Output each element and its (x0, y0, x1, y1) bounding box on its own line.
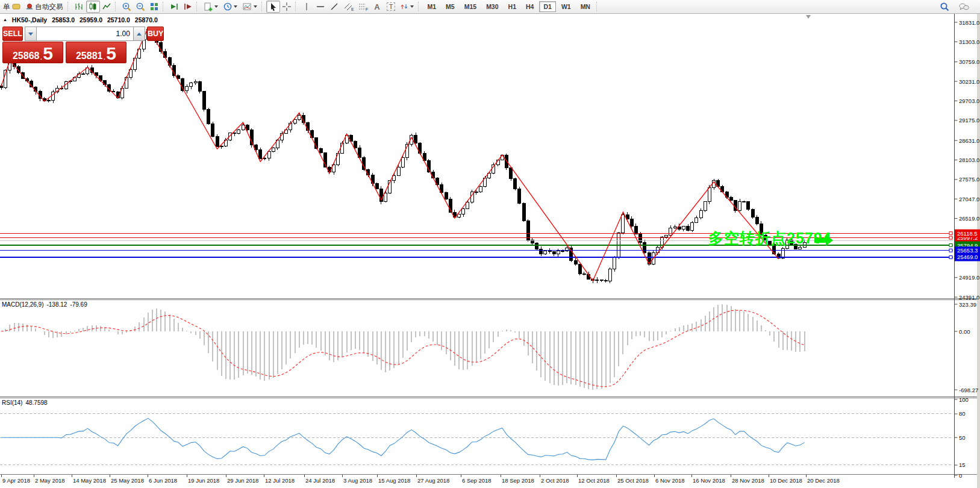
timeframe-mn[interactable]: MN (576, 1, 595, 12)
horizontal-line-button[interactable] (314, 1, 328, 13)
autotrading-label: 自动交易 (36, 2, 63, 11)
collapse-panel-icon[interactable]: ▲ (3, 17, 7, 22)
toolbar-separator (596, 2, 600, 11)
svg-text:3 Aug 2018: 3 Aug 2018 (343, 477, 372, 484)
tile-windows-button[interactable] (148, 1, 161, 13)
turning-point-annotation[interactable]: 多空转折点25794 (708, 228, 832, 248)
arrows-button[interactable] (398, 1, 417, 13)
annotation-arrow-icon[interactable] (814, 234, 834, 246)
new-chart-icon (203, 2, 213, 11)
periods-button[interactable] (221, 1, 240, 13)
timeframe-m5[interactable]: M5 (442, 1, 459, 12)
svg-text:0.00: 0.00 (959, 328, 970, 335)
one-click-trading-panel: SELL BUY 25868 . 5 25881 . 5 (2, 27, 126, 63)
chart-shift-marker[interactable] (806, 15, 811, 19)
chart-shift-button[interactable] (181, 1, 195, 13)
toolbar-separator (67, 2, 71, 11)
toolbar-separator (261, 2, 265, 11)
volume-increase-button[interactable] (133, 27, 145, 41)
svg-text:24919.0: 24919.0 (959, 274, 979, 281)
svg-text:-698.27: -698.27 (959, 387, 978, 393)
tile-windows-icon (149, 2, 159, 11)
toolbar: 单 自动交易 (0, 0, 980, 14)
line-chart-button[interactable] (100, 1, 114, 13)
svg-text:0: 0 (959, 472, 962, 479)
timeframe-w1[interactable]: W1 (557, 1, 575, 12)
text-button[interactable]: A (370, 1, 384, 13)
svg-text:12 Oct 2018: 12 Oct 2018 (578, 477, 610, 484)
timeframe-m30[interactable]: M30 (482, 1, 502, 12)
crosshair-icon (282, 2, 292, 11)
equidistant-channel-button[interactable]: E (342, 1, 356, 13)
svg-text:15 Aug 2018: 15 Aug 2018 (378, 477, 410, 484)
svg-text:12 Jul 2018: 12 Jul 2018 (265, 477, 295, 484)
cursor-button[interactable] (266, 1, 280, 13)
zoom-out-icon (136, 2, 146, 12)
chevron-down-icon (214, 5, 218, 8)
bar-chart-button[interactable] (72, 1, 86, 13)
timeframe-m15[interactable]: M15 (460, 1, 481, 12)
svg-text:2 Oct 2018: 2 Oct 2018 (541, 477, 569, 484)
templates-button[interactable] (240, 1, 260, 13)
ohlc-open: 25853.0 (52, 16, 75, 23)
svg-text:15: 15 (959, 461, 966, 468)
timeframe-group: M1M5M15M30H1H4D1W1MN (423, 1, 595, 12)
cursor-icon (268, 2, 278, 11)
macd-label: MACD(12,26,9)-138.12-79.69 (2, 301, 90, 308)
crosshair-button[interactable] (280, 1, 294, 13)
chevron-down-icon (254, 5, 257, 8)
timeframe-h1[interactable]: H1 (504, 1, 520, 12)
chevron-down-icon (410, 5, 414, 8)
trendline-button[interactable] (328, 1, 342, 13)
search-button[interactable] (938, 1, 952, 13)
sell-button[interactable]: SELL (2, 27, 23, 41)
candlestick-chart-button[interactable] (86, 1, 100, 13)
volume-decrease-button[interactable] (25, 27, 37, 41)
price-tag: 25469.0 (949, 253, 980, 261)
svg-text:50: 50 (959, 434, 966, 441)
search-icon (940, 2, 950, 12)
date-axis: 9 Apr 20182 May 201814 May 201825 May 20… (1, 475, 840, 484)
svg-text:27 Aug 2018: 27 Aug 2018 (417, 477, 449, 484)
volume-spinner (25, 27, 145, 41)
svg-text:26519.0: 26519.0 (959, 215, 979, 222)
new-order-button[interactable]: 单 (0, 1, 23, 13)
toolbar-separator (196, 2, 200, 11)
buy-price[interactable]: 25881 . 5 (66, 42, 126, 63)
timeframe-m1[interactable]: M1 (423, 1, 441, 12)
timeframe-h4[interactable]: H4 (522, 1, 538, 12)
chat-button[interactable] (957, 1, 972, 13)
new-chart-button[interactable] (201, 1, 221, 13)
autotrading-button[interactable]: 自动交易 (23, 1, 66, 13)
volume-input[interactable] (37, 27, 133, 41)
svg-text:24391.0: 24391.0 (959, 294, 979, 301)
rsi-pane (0, 414, 953, 465)
text-label-button[interactable]: T (384, 1, 398, 13)
new-order-icon (11, 2, 21, 11)
auto-scroll-icon (169, 2, 179, 11)
zoom-out-button[interactable] (134, 1, 148, 13)
auto-scroll-button[interactable] (167, 1, 181, 13)
candlestick-chart-icon (88, 2, 98, 11)
svg-text:27575.0: 27575.0 (959, 176, 979, 183)
svg-text:29703.0: 29703.0 (959, 98, 979, 104)
svg-text:80: 80 (959, 410, 966, 417)
text-label-icon: T (387, 2, 396, 11)
svg-text:323.39: 323.39 (959, 301, 976, 308)
svg-text:31831.0: 31831.0 (959, 19, 979, 26)
arrow-objects-icon (400, 2, 409, 11)
svg-text:F: F (366, 7, 368, 11)
toolbar-separator (418, 2, 422, 11)
sell-price[interactable]: 25868 . 5 (2, 42, 63, 63)
fibonacci-button[interactable]: F (356, 1, 370, 13)
ohlc-high: 25959.0 (80, 16, 102, 23)
vertical-line-button[interactable] (300, 1, 314, 13)
svg-text:6 Sep 2018: 6 Sep 2018 (462, 477, 492, 484)
buy-button[interactable]: BUY (147, 27, 164, 41)
timeframe-d1[interactable]: D1 (539, 1, 555, 12)
trendline-icon (329, 2, 339, 11)
svg-text:30759.0: 30759.0 (959, 58, 979, 65)
new-order-label: 单 (3, 2, 10, 11)
zoom-in-button[interactable] (120, 1, 134, 13)
chat-icon (958, 2, 970, 11)
